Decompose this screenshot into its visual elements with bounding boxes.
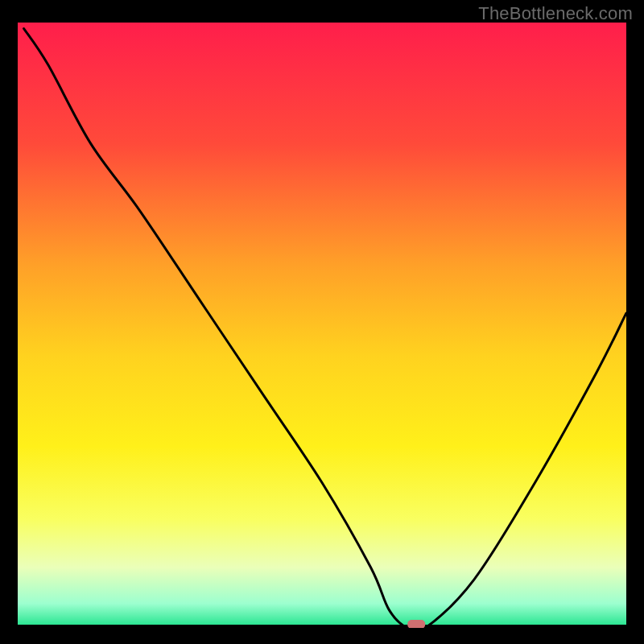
chart-frame: TheBottleneck.com [0,0,644,644]
plot-area [18,23,626,628]
bottleneck-chart [18,23,626,628]
watermark-label: TheBottleneck.com [478,3,633,24]
x-axis-baseline [18,625,626,628]
optimal-point-marker [407,620,425,628]
gradient-background [18,23,626,628]
